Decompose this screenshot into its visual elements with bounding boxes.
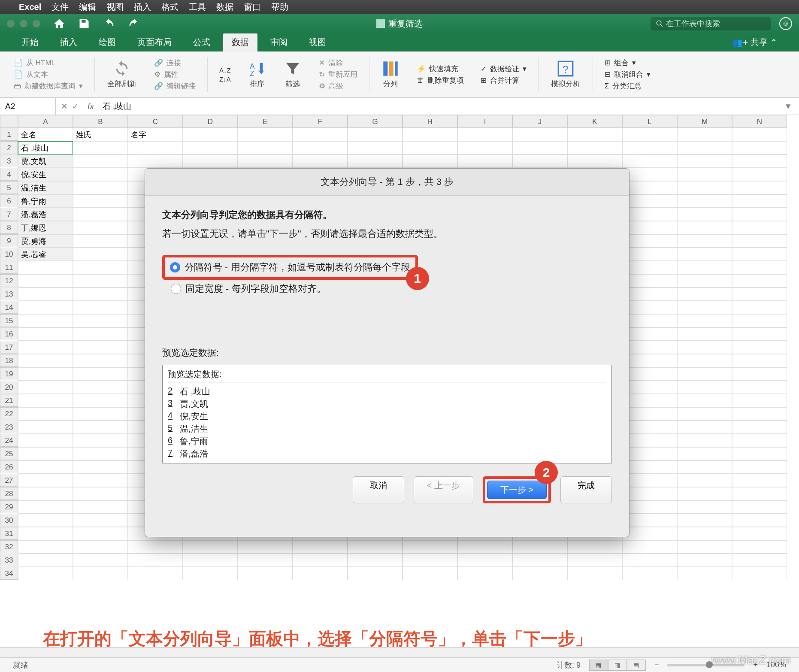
cell-B19[interactable] — [73, 367, 128, 381]
search-input[interactable]: 在工作表中搜索 — [651, 17, 771, 30]
row-header-11[interactable]: 11 — [0, 261, 18, 274]
cell-M26[interactable] — [677, 460, 732, 474]
cell-A28[interactable] — [18, 487, 73, 500]
cell-A29[interactable] — [18, 500, 73, 514]
cell-I2[interactable] — [457, 141, 512, 154]
cell-B28[interactable] — [73, 487, 128, 500]
formula-input[interactable]: 石 ,歧山 — [97, 101, 777, 112]
cell-A11[interactable] — [18, 261, 73, 274]
consolidate-button[interactable]: ⊞ 合并计算 — [481, 76, 527, 85]
cell-B7[interactable] — [73, 208, 128, 221]
cell-M24[interactable] — [677, 434, 732, 447]
close-window-icon[interactable] — [7, 20, 15, 27]
cell-G32[interactable] — [348, 540, 403, 554]
refresh-all-button[interactable]: 全部刷新 — [101, 58, 142, 91]
cell-C34[interactable] — [128, 567, 183, 580]
cell-B27[interactable] — [73, 474, 128, 487]
cell-M12[interactable] — [677, 274, 732, 288]
cell-N15[interactable] — [732, 314, 787, 327]
cell-N11[interactable] — [732, 261, 787, 274]
cell-N32[interactable] — [732, 540, 787, 554]
cell-B20[interactable] — [73, 381, 128, 394]
col-header-M[interactable]: M — [677, 115, 732, 128]
row-header-13[interactable]: 13 — [0, 288, 18, 300]
subtotal-button[interactable]: Σ 分类汇总 — [605, 81, 651, 91]
zoom-out-button[interactable]: − — [654, 660, 659, 669]
cell-J34[interactable] — [512, 567, 567, 580]
formula-expand-icon[interactable]: ▼ — [777, 102, 799, 111]
row-header-27[interactable]: 27 — [0, 474, 18, 487]
cell-B12[interactable] — [73, 274, 128, 288]
cancel-formula-icon[interactable]: ✕ — [61, 101, 68, 111]
cell-C3[interactable] — [128, 154, 183, 168]
col-header-G[interactable]: G — [348, 115, 403, 128]
cell-E34[interactable] — [238, 567, 293, 580]
cell-N3[interactable] — [732, 154, 787, 168]
cell-B16[interactable] — [73, 327, 128, 341]
cell-B33[interactable] — [73, 554, 128, 567]
cell-N4[interactable] — [732, 168, 787, 181]
redo-icon[interactable] — [128, 18, 140, 30]
cell-L27[interactable] — [622, 474, 677, 487]
cell-K2[interactable] — [567, 141, 622, 154]
cell-G1[interactable] — [348, 128, 403, 141]
cell-N24[interactable] — [732, 434, 787, 447]
cell-N9[interactable] — [732, 234, 787, 248]
cell-B32[interactable] — [73, 540, 128, 554]
cell-N13[interactable] — [732, 288, 787, 301]
user-avatar-icon[interactable]: ☺ — [779, 17, 792, 30]
cell-B14[interactable] — [73, 301, 128, 314]
cell-M31[interactable] — [677, 527, 732, 540]
cell-N20[interactable] — [732, 381, 787, 394]
properties-button[interactable]: ⚙ 属性 — [154, 70, 196, 79]
cell-L2[interactable] — [622, 141, 677, 154]
cell-B13[interactable] — [73, 288, 128, 301]
cell-M6[interactable] — [677, 194, 732, 208]
cell-L20[interactable] — [622, 381, 677, 394]
cell-L33[interactable] — [622, 554, 677, 567]
cell-B24[interactable] — [73, 434, 128, 447]
page-break-view-button[interactable]: ▤ — [627, 660, 646, 671]
menu-insert[interactable]: 插入 — [134, 1, 151, 13]
cell-L19[interactable] — [622, 367, 677, 381]
row-header-20[interactable]: 20 — [0, 381, 18, 394]
cell-M22[interactable] — [677, 407, 732, 421]
cell-L31[interactable] — [622, 527, 677, 540]
cell-K3[interactable] — [567, 154, 622, 168]
radio-delimited[interactable] — [170, 262, 180, 272]
row-header-18[interactable]: 18 — [0, 354, 18, 367]
menu-tools[interactable]: 工具 — [189, 1, 206, 13]
tab-view[interactable]: 视图 — [300, 33, 335, 51]
cell-M30[interactable] — [677, 514, 732, 527]
cell-B8[interactable] — [73, 221, 128, 234]
cell-B18[interactable] — [73, 354, 128, 367]
cell-A26[interactable] — [18, 460, 73, 474]
cell-L12[interactable] — [622, 274, 677, 288]
cell-N22[interactable] — [732, 407, 787, 421]
cell-C2[interactable] — [128, 141, 183, 154]
ungroup-button[interactable]: ⊟ 取消组合 ▾ — [605, 70, 651, 79]
cell-D3[interactable] — [183, 154, 238, 168]
row-header-14[interactable]: 14 — [0, 301, 18, 314]
cell-A34[interactable] — [18, 567, 73, 580]
cell-L7[interactable] — [622, 208, 677, 221]
row-header-31[interactable]: 31 — [0, 527, 18, 540]
minimize-window-icon[interactable] — [20, 20, 27, 27]
row-header-29[interactable]: 29 — [0, 500, 18, 513]
cell-A15[interactable] — [18, 314, 73, 327]
cell-G2[interactable] — [348, 141, 403, 154]
cell-L15[interactable] — [622, 314, 677, 327]
from-text-button[interactable]: 📄 从文本 — [14, 70, 83, 79]
menu-edit[interactable]: 编辑 — [79, 1, 96, 13]
cell-L8[interactable] — [622, 221, 677, 234]
row-header-5[interactable]: 5 — [0, 181, 18, 194]
col-header-F[interactable]: F — [293, 115, 348, 128]
cell-N14[interactable] — [732, 301, 787, 314]
row-header-21[interactable]: 21 — [0, 394, 18, 407]
cell-B31[interactable] — [73, 527, 128, 540]
cell-A7[interactable]: 潘,磊浩 — [18, 208, 73, 221]
cell-N28[interactable] — [732, 487, 787, 500]
cell-F34[interactable] — [293, 567, 348, 580]
cell-B30[interactable] — [73, 514, 128, 527]
cell-J1[interactable] — [512, 128, 567, 141]
